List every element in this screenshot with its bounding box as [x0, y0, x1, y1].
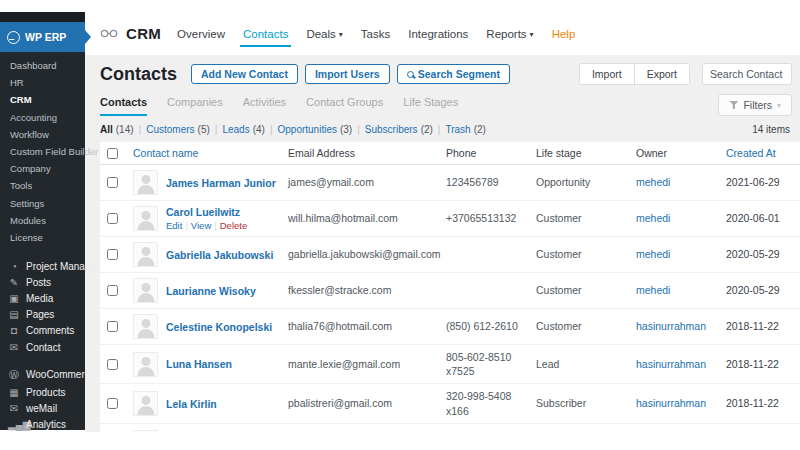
contact-name-link[interactable]: Laurianne Wisoky	[166, 285, 256, 297]
owner-link[interactable]: hasinurrahman	[636, 358, 706, 370]
nav-item-overview[interactable]: Overview	[177, 12, 225, 55]
column-header-email-address: Email Address	[288, 147, 446, 159]
owner-link[interactable]: mehedi	[636, 176, 670, 188]
sidebar-item-workflow[interactable]: Workflow	[0, 126, 85, 143]
chevron-down-icon: ▾	[339, 30, 343, 39]
sidebar-item-label: Posts	[26, 277, 51, 288]
nav-item-label: Contacts	[243, 28, 288, 40]
sidebar-item-posts[interactable]: ✎Posts	[0, 274, 85, 290]
column-header-created-at[interactable]: Created At	[726, 147, 800, 159]
sidebar-item-wp-erp[interactable]: WP ERP	[0, 22, 85, 52]
avatar	[133, 314, 158, 339]
sidebar-item-dashboard[interactable]: Dashboard	[0, 57, 85, 74]
contact-name-link[interactable]: Celestine Konopelski	[166, 321, 272, 333]
row-checkbox[interactable]	[107, 249, 118, 260]
add-new-contact-button[interactable]: Add New Contact	[191, 64, 298, 84]
nav-item-label: Tasks	[361, 28, 390, 40]
filters-button[interactable]: Filters ▾	[718, 94, 792, 116]
search-contact-input[interactable]	[702, 63, 792, 85]
export-button[interactable]: Export	[635, 64, 689, 84]
sidebar-item-crm[interactable]: CRM	[0, 91, 85, 108]
nav-item-deals[interactable]: Deals▾	[306, 12, 342, 55]
contact-name-box: Laurianne Wisoky	[166, 285, 256, 297]
select-all-checkbox[interactable]	[107, 148, 118, 159]
sidebar-item-accounting[interactable]: Accounting	[0, 109, 85, 126]
tab-companies[interactable]: Companies	[167, 96, 223, 116]
owner-link[interactable]: mehedi	[636, 248, 670, 260]
cell-owner: mehedi	[636, 175, 726, 189]
tab-life-stages[interactable]: Life Stages	[403, 96, 458, 116]
view-link-subscribers[interactable]: Subscribers	[365, 124, 418, 135]
contact-name-cell: Gabriella Jakubowski	[133, 242, 288, 267]
table-body: James Harman Juniorjames@ymail.com123456…	[100, 165, 800, 432]
contact-name-cell: Jeanie Dach	[133, 430, 288, 432]
search-segment-button[interactable]: Search Segment	[397, 64, 510, 84]
view-link[interactable]: View	[191, 220, 211, 231]
nav-item-integrations[interactable]: Integrations	[408, 12, 468, 55]
view-link-all[interactable]: All	[100, 124, 113, 135]
sidebar-item-media[interactable]: ▣Media	[0, 290, 85, 306]
contact-name-link[interactable]: Lela Kirlin	[166, 398, 217, 410]
cell-email: will.hilma@hotmail.com	[288, 211, 446, 225]
sidebar-item-label: Products	[26, 387, 65, 398]
tab-activities[interactable]: Activities	[243, 96, 286, 116]
sidebar-item-settings[interactable]: Settings	[0, 195, 85, 212]
nav-item-help[interactable]: Help	[552, 12, 576, 55]
row-checkbox[interactable]	[107, 213, 118, 224]
sidebar-item-woocommerce[interactable]: ⓌWooCommerce	[0, 365, 85, 384]
tab-contact-groups[interactable]: Contact Groups	[306, 96, 383, 116]
view-link-leads[interactable]: Leads	[222, 124, 249, 135]
import-users-button[interactable]: Import Users	[305, 64, 390, 84]
view-count: (2)	[421, 124, 433, 135]
sidebar-item-products[interactable]: ▦Products	[0, 384, 85, 400]
sidebar-item-modules[interactable]: Modules	[0, 212, 85, 229]
separator: |	[185, 220, 187, 231]
owner-link[interactable]: hasinurrahman	[636, 397, 706, 409]
row-checkbox[interactable]	[107, 177, 118, 188]
owner-link[interactable]: mehedi	[636, 284, 670, 296]
contact-name-link[interactable]: Luna Hansen	[166, 358, 232, 370]
sidebar-item-label: Project Manager	[26, 261, 99, 272]
row-checkbox[interactable]	[107, 359, 118, 370]
edit-link[interactable]: Edit	[166, 220, 182, 231]
row-checkbox[interactable]	[107, 285, 118, 296]
row-checkbox[interactable]	[107, 321, 118, 332]
contact-name-link[interactable]: Gabriella Jakubowski	[166, 249, 273, 261]
sidebar-item-tools[interactable]: Tools	[0, 177, 85, 194]
contact-name-link[interactable]: James Harman Junior	[166, 177, 276, 189]
sidebar-item-custom-field-builder[interactable]: Custom Field Builder	[0, 143, 85, 160]
separator: |	[215, 124, 218, 135]
column-header-contact-name[interactable]: Contact name	[133, 147, 288, 159]
sidebar-item-license[interactable]: License	[0, 229, 85, 246]
view-link-customers[interactable]: Customers	[146, 124, 194, 135]
view-link-trash[interactable]: Trash	[445, 124, 470, 135]
sidebar-item-pages[interactable]: ▤Pages	[0, 307, 85, 323]
chevron-down-icon: ▾	[777, 101, 781, 110]
avatar	[133, 352, 158, 377]
view-link-opportunities[interactable]: Opportunities	[277, 124, 336, 135]
sidebar-item-company[interactable]: Company	[0, 160, 85, 177]
cell-created-at: 2018-11-22	[726, 396, 800, 410]
owner-link[interactable]: mehedi	[636, 212, 670, 224]
owner-link[interactable]: hasinurrahman	[636, 320, 706, 332]
delete-link[interactable]: Delete	[220, 220, 247, 231]
sidebar-item-project-manager[interactable]: ◔Project Manager	[0, 258, 85, 274]
tab-contacts[interactable]: Contacts	[100, 96, 147, 116]
sidebar-item-analytics[interactable]: ▂▄▆Analytics	[0, 417, 85, 433]
nav-item-label: Integrations	[408, 28, 468, 40]
nav-item-tasks[interactable]: Tasks	[361, 12, 390, 55]
contact-name-link[interactable]: Carol Lueilwitz	[166, 206, 240, 218]
nav-item-label: Overview	[177, 28, 225, 40]
sidebar-item-hr[interactable]: HR	[0, 74, 85, 91]
nav-item-label: Reports	[486, 28, 526, 40]
sidebar-item-comments[interactable]: ◘Comments	[0, 323, 85, 339]
project-manager-icon: ◔	[8, 261, 20, 272]
import-button[interactable]: Import	[580, 64, 635, 84]
sidebar-item-wemail[interactable]: ✉weMail	[0, 401, 85, 417]
nav-item-contacts[interactable]: Contacts	[243, 12, 288, 55]
contact-name-box: Gabriella Jakubowski	[166, 249, 273, 261]
row-checkbox[interactable]	[107, 398, 118, 409]
nav-item-reports[interactable]: Reports▾	[486, 12, 533, 55]
cell-phone: 1-241-308-5691 x4193	[446, 429, 536, 432]
sidebar-item-contact[interactable]: ✉Contact	[0, 339, 85, 355]
